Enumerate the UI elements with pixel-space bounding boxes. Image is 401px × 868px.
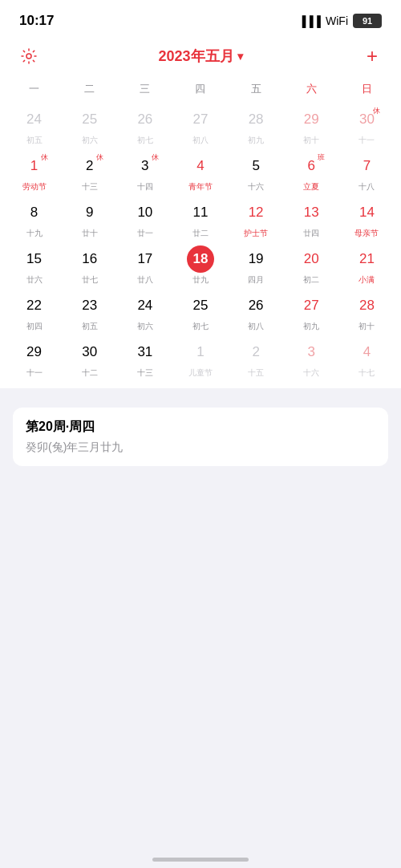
day-lunar: 十七 [358,367,375,379]
day-number: 27 [298,292,325,319]
day-number: 29 [298,106,325,133]
day-lunar: 廿二 [192,228,209,239]
calendar-day[interactable]: 23初五 [62,289,117,335]
calendar-day[interactable]: 24初六 [117,289,172,335]
calendar-day[interactable]: 4十七 [339,335,395,382]
calendar-day[interactable]: 20初二 [284,242,339,289]
ganzhi-label: 癸卯(兔)年三月廿九 [26,440,375,455]
calendar-day[interactable]: 7十八 [339,149,395,196]
day-lunar: 廿十 [82,228,98,239]
day-number: 26 [132,106,159,133]
calendar-day[interactable]: 21小满 [339,242,395,289]
day-number: 10 [132,199,159,226]
day-number: 5 [242,152,269,180]
day-number: 1 [187,339,214,366]
day-lunar: 母亲节 [354,228,379,239]
calendar-day[interactable]: 5十六 [229,149,284,196]
calendar-day[interactable]: 11廿二 [172,196,228,242]
day-lunar: 十九 [26,228,43,239]
weekday-cell: 二 [62,79,117,99]
calendar-day[interactable]: 6班立夏 [284,149,339,196]
day-number: 23 [76,292,103,319]
calendar-grid[interactable]: 24初五25初六26初七27初八28初九29初十30休十一1休劳动节2休十三3休… [0,103,401,388]
calendar-day[interactable]: 3十六 [284,335,339,382]
calendar-day[interactable]: 26初七 [117,103,172,149]
add-event-button[interactable]: + [359,43,385,69]
day-lunar: 十二 [82,367,98,379]
weekday-cell: 三 [117,79,172,99]
day-number: 2休 [76,152,103,180]
calendar-day[interactable]: 27初八 [172,103,228,149]
day-lunar: 初二 [303,274,319,286]
calendar-day[interactable]: 24初五 [6,103,62,149]
day-lunar: 立夏 [303,181,319,193]
calendar-day[interactable]: 17廿八 [117,242,172,289]
calendar-day[interactable]: 25初六 [62,103,117,149]
day-number: 18 [187,245,214,273]
day-lunar: 十六 [303,367,319,379]
day-badge: 休 [373,106,380,116]
calendar-day[interactable]: 25初七 [172,289,228,335]
day-lunar: 廿九 [192,274,209,286]
calendar-day[interactable]: 18廿九 [172,242,228,289]
day-lunar: 廿四 [303,228,319,239]
calendar-day[interactable]: 29初十 [284,103,339,149]
calendar-day[interactable]: 3休十四 [117,149,172,196]
calendar-day[interactable]: 2休十三 [62,149,117,196]
signal-icon: ▐▐▐ [298,15,321,27]
calendar-day[interactable]: 30休十一 [339,103,395,149]
day-number: 7 [353,152,380,180]
day-lunar: 廿七 [82,274,98,286]
day-lunar: 儿童节 [188,367,213,379]
week-label: 第20周·周四 [26,419,375,436]
calendar-day[interactable]: 28初九 [229,103,284,149]
day-lunar: 护士节 [244,228,268,239]
day-number: 12 [242,199,269,226]
day-number: 3休 [132,152,159,180]
calendar-day[interactable]: 12护士节 [229,196,284,242]
day-number: 30 [76,339,103,366]
weekday-cell: 日 [339,79,395,99]
day-lunar: 廿六 [26,274,43,286]
calendar-day[interactable]: 13廿四 [284,196,339,242]
day-number: 17 [132,245,159,273]
day-badge: 休 [152,152,159,163]
status-icons: ▐▐▐ WiFi 91 [298,14,382,28]
day-lunar: 初七 [137,135,153,146]
calendar-day[interactable]: 1休劳动节 [6,149,62,196]
day-number: 29 [21,339,48,366]
calendar-day[interactable]: 27初九 [284,289,339,335]
day-number: 20 [298,245,325,273]
calendar-day[interactable]: 8十九 [6,196,62,242]
info-panel: 第20周·周四 癸卯(兔)年三月廿九 [0,395,401,479]
calendar-day[interactable]: 29十一 [6,335,62,382]
settings-button[interactable] [16,43,42,69]
calendar-day[interactable]: 16廿七 [62,242,117,289]
day-badge: 休 [41,152,48,163]
calendar-day[interactable]: 9廿十 [62,196,117,242]
dropdown-icon: ▾ [237,50,243,63]
calendar-day[interactable]: 10廿一 [117,196,172,242]
day-lunar: 初十 [303,135,319,146]
calendar-day[interactable]: 19四月 [229,242,284,289]
calendar-day[interactable]: 28初十 [339,289,395,335]
day-number: 28 [353,292,380,319]
day-badge: 休 [96,152,103,163]
day-number: 25 [76,106,103,133]
calendar-day[interactable]: 14母亲节 [339,196,395,242]
day-lunar: 十四 [137,181,153,193]
calendar-day[interactable]: 22初四 [6,289,62,335]
day-lunar: 劳动节 [22,181,47,193]
calendar-day[interactable]: 15廿六 [6,242,62,289]
calendar-day[interactable]: 26初八 [229,289,284,335]
calendar-day[interactable]: 2十五 [229,335,284,382]
calendar-title[interactable]: 2023年五月 ▾ [158,47,242,66]
weekday-cell: 五 [229,79,284,99]
calendar-day[interactable]: 1儿童节 [172,335,228,382]
calendar-day[interactable]: 30十二 [62,335,117,382]
calendar-day[interactable]: 4青年节 [172,149,228,196]
day-lunar: 初六 [82,135,98,146]
day-number: 6班 [298,152,325,180]
calendar-day[interactable]: 31十三 [117,335,172,382]
day-lunar: 初五 [26,135,43,146]
